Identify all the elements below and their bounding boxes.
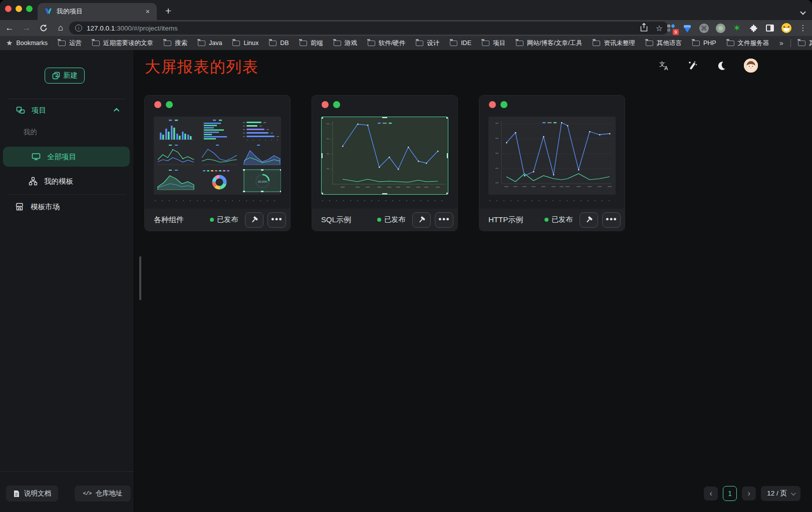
folder-icon	[482, 41, 489, 46]
edit-project-button[interactable]	[412, 212, 431, 228]
project-card[interactable]: HTTP示例 已发布 ●●●	[479, 95, 625, 231]
status-dot	[210, 218, 214, 222]
tab-close-icon[interactable]: ×	[144, 8, 152, 16]
more-actions-button[interactable]: ●●●	[267, 212, 286, 228]
project-card[interactable]: 25.00% 各种组件 已发布 ●●●	[144, 95, 291, 231]
profile-avatar-emoji[interactable]	[781, 23, 791, 33]
gem-extension-icon[interactable]	[682, 23, 692, 33]
prev-page-button[interactable]: ‹	[704, 486, 718, 500]
url-path: :3000/#/project/items	[115, 25, 640, 32]
current-page-button[interactable]: 1	[723, 486, 737, 501]
more-actions-button[interactable]: ●●●	[435, 212, 453, 228]
sidebar: 新建 项目 我的 全部项目 我的模板 模板市场	[0, 50, 134, 512]
bookmark-folder[interactable]: 近期需要读的文章	[92, 39, 153, 48]
status-badge: 已发布	[545, 215, 573, 224]
green-star-extension-icon[interactable]: ✶	[732, 23, 742, 33]
site-info-icon[interactable]: i	[75, 25, 82, 32]
divider	[8, 194, 126, 195]
reload-button[interactable]	[36, 22, 51, 35]
tab-manager-extension-icon[interactable]: 9	[666, 23, 676, 33]
edit-project-button[interactable]	[245, 212, 263, 228]
bookmark-folder[interactable]: 项目	[482, 39, 505, 48]
sidebar-group-project[interactable]: 项目	[0, 102, 134, 118]
new-project-button[interactable]: 新建	[45, 68, 85, 84]
bookmark-folder[interactable]: 文件服务器	[727, 39, 769, 48]
svg-text:A: A	[664, 65, 668, 71]
bookmark-folder[interactable]: 软件/硬件	[368, 39, 405, 48]
chevron-up-icon[interactable]	[114, 108, 119, 114]
sidebar-item-my-templates[interactable]: 我的模板	[0, 173, 134, 189]
goview-logo-icon	[45, 8, 52, 15]
bookmark-folder[interactable]: 游戏	[334, 39, 357, 48]
bookmark-folder[interactable]: 搜索	[164, 39, 187, 48]
bookmark-folder[interactable]: 其他语言	[646, 39, 682, 48]
browser-menu-icon[interactable]: ⋮	[798, 23, 808, 33]
tab-search-button[interactable]	[801, 7, 805, 16]
browser-tab[interactable]: 我的项目 ×	[38, 3, 157, 20]
window-controls	[5, 6, 33, 12]
other-bookmarks-folder[interactable]: 其他书签	[798, 39, 812, 48]
bookmark-star-icon[interactable]: ☆	[656, 24, 663, 33]
project-preview[interactable]: 25.00%	[154, 117, 281, 195]
bookmark-folder[interactable]: 网站/博客/文章/工具	[516, 39, 582, 48]
translate-icon[interactable]: 文A	[658, 60, 670, 72]
bookmark-folder[interactable]: IDE	[450, 40, 471, 47]
hammer-icon	[418, 216, 426, 224]
card-red-dot	[154, 101, 161, 108]
user-avatar[interactable]	[744, 59, 758, 73]
bookmark-folder[interactable]: Java	[198, 40, 222, 47]
magic-wand-icon[interactable]	[687, 60, 699, 72]
chevron-down-icon	[791, 490, 796, 495]
project-title: 各种组件	[154, 215, 206, 225]
bookmarks-bar: ★Bookmarks 运营 近期需要读的文章 搜索 Java Linux DB …	[0, 36, 812, 50]
bookmarks-overflow-chevron[interactable]: »	[779, 39, 783, 47]
hammer-icon	[250, 216, 258, 224]
bookmarks-manager-item[interactable]: ★Bookmarks	[6, 39, 48, 48]
home-button[interactable]: ⌂	[53, 22, 68, 35]
folder-icon	[368, 41, 375, 46]
project-title: HTTP示例	[488, 215, 540, 225]
bookmark-folder[interactable]: 前端	[300, 39, 323, 48]
dark-mode-moon-icon[interactable]	[715, 60, 727, 72]
bookmark-folder[interactable]: PHP	[692, 40, 716, 47]
page-size-select[interactable]: 12 / 页	[761, 486, 800, 501]
edit-project-button[interactable]	[580, 212, 598, 228]
folder-icon	[232, 41, 240, 46]
bookmark-folder[interactable]: 设计	[416, 39, 439, 48]
project-preview[interactable]	[321, 117, 448, 195]
bookmark-folder[interactable]: DB	[269, 40, 289, 47]
scrollbar-thumb[interactable]	[139, 256, 141, 300]
forward-button[interactable]: →	[19, 22, 34, 35]
back-button[interactable]: ←	[2, 22, 17, 35]
bookmark-folder[interactable]: Linux	[232, 40, 258, 47]
next-page-button[interactable]: ›	[742, 486, 756, 500]
command-extension-icon[interactable]: ⌘	[699, 23, 709, 33]
bookmark-folder[interactable]: 运营	[58, 39, 82, 48]
tab-strip: 我的项目 × +	[0, 0, 812, 20]
repo-button[interactable]: </> 仓库地址	[75, 485, 131, 501]
code-icon: </>	[83, 490, 92, 496]
project-preview[interactable]	[488, 117, 616, 195]
address-bar[interactable]: i 127.0.0.1 :3000/#/project/items ☆	[69, 22, 669, 35]
sidepanel-extension-icon[interactable]	[765, 23, 775, 33]
puzzle-extensions-icon[interactable]	[748, 23, 758, 33]
share-icon[interactable]	[640, 23, 648, 33]
close-window-button[interactable]	[5, 6, 12, 12]
minimize-window-button[interactable]	[16, 6, 22, 12]
more-actions-button[interactable]: ●●●	[602, 212, 621, 228]
sidebar-item-template-market[interactable]: 模板市场	[0, 199, 134, 215]
project-card[interactable]: SQL示例 已发布 ●●●	[312, 95, 458, 231]
dotted-separator	[322, 200, 447, 201]
sidebar-label-mine: 我的	[0, 124, 134, 140]
zoom-window-button[interactable]	[26, 6, 33, 12]
dotted-separator	[489, 200, 615, 201]
copy-plus-icon	[52, 72, 60, 80]
status-badge: 已发布	[377, 215, 405, 224]
project-title: SQL示例	[321, 215, 373, 225]
new-tab-button[interactable]: +	[161, 4, 175, 18]
document-icon	[13, 490, 20, 497]
record-extension-icon[interactable]	[715, 23, 725, 33]
docs-button[interactable]: 说明文档	[6, 485, 58, 501]
sidebar-item-all-projects[interactable]: 全部项目	[3, 147, 130, 167]
bookmark-folder[interactable]: 资讯未整理	[593, 39, 635, 48]
